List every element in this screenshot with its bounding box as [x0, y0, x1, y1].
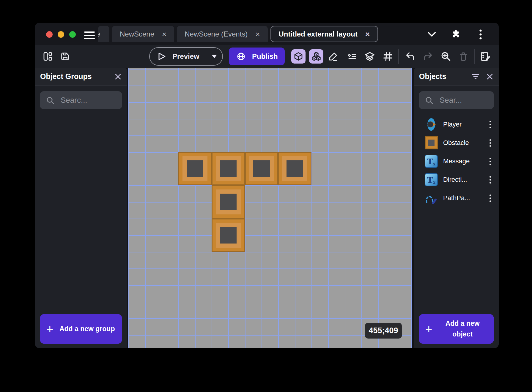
chevron-down-icon[interactable]	[427, 29, 437, 39]
obstacle-tile[interactable]	[212, 185, 245, 219]
object-menu-icon[interactable]	[486, 192, 495, 204]
globe-icon	[237, 52, 245, 61]
cube-icon[interactable]	[291, 49, 306, 64]
grid-icon[interactable]	[383, 45, 393, 68]
toolbar: Preview Publish	[35, 45, 499, 68]
preview-dropdown-icon[interactable]	[206, 55, 222, 58]
object-row-player[interactable]: Player	[414, 115, 499, 134]
object-row-message[interactable]: Tx Message	[414, 152, 499, 170]
toolbar-divider	[474, 49, 475, 64]
panel-title: Objects	[419, 72, 470, 81]
object-menu-icon[interactable]	[486, 155, 495, 167]
close-icon[interactable]	[113, 71, 123, 82]
close-icon[interactable]: ×	[255, 30, 260, 38]
title-tab-bar: e NewScene × NewScene (Events) × Untitle…	[35, 23, 499, 45]
group-search-input[interactable]	[60, 95, 120, 105]
objects-panel: Objects Player	[414, 68, 499, 348]
search-icon	[425, 96, 434, 105]
close-icon[interactable]	[484, 71, 495, 82]
zoom-window-button[interactable]	[69, 31, 76, 38]
panel-title: Object Groups	[40, 72, 113, 81]
add-group-button[interactable]: + Add a new group	[40, 314, 122, 344]
close-window-button[interactable]	[46, 31, 53, 38]
preview-main[interactable]: Preview	[150, 52, 206, 61]
minimize-window-button[interactable]	[58, 31, 64, 38]
text-object-icon: Tx	[424, 173, 438, 187]
tab-clipped[interactable]: e	[98, 26, 109, 42]
close-icon[interactable]: ×	[365, 30, 370, 38]
extensions-puzzle-icon[interactable]	[451, 29, 461, 39]
search-icon	[46, 96, 55, 105]
plus-icon: +	[425, 323, 432, 335]
object-row-pathpaint[interactable]: PathPa...	[414, 189, 499, 207]
close-icon[interactable]: ×	[162, 30, 166, 38]
preview-button[interactable]: Preview	[149, 47, 223, 66]
header-right-actions	[427, 29, 486, 39]
cursor-coordinates-badge: 455;409	[365, 323, 402, 339]
layers-icon[interactable]	[364, 45, 375, 68]
player-icon	[424, 117, 438, 132]
path-paint-icon	[424, 191, 438, 205]
save-icon[interactable]	[60, 45, 70, 68]
edit-scene-icon[interactable]	[480, 45, 491, 68]
add-object-button[interactable]: + Add a new object	[419, 314, 494, 344]
filter-icon[interactable]	[470, 71, 481, 82]
tab-label: Untitled external layout	[279, 30, 358, 38]
obstacle-tile[interactable]	[245, 152, 278, 185]
text-object-icon: Tx	[424, 154, 438, 168]
zoom-in-icon[interactable]	[440, 45, 451, 68]
traffic-lights	[46, 31, 76, 38]
object-menu-icon[interactable]	[486, 137, 495, 149]
preview-divider	[206, 47, 206, 66]
undo-icon[interactable]	[405, 45, 415, 68]
obstacle-tile[interactable]	[212, 152, 245, 185]
tab-newscene[interactable]: NewScene ×	[112, 26, 174, 42]
object-search-input[interactable]	[439, 95, 492, 105]
play-icon	[158, 52, 166, 61]
redo-icon[interactable]	[423, 45, 433, 68]
more-options-icon[interactable]	[476, 29, 486, 39]
obstacle-tile[interactable]	[212, 219, 245, 252]
project-panels-icon[interactable]	[43, 45, 53, 68]
main-menu-icon[interactable]	[84, 31, 95, 39]
instances-list-icon[interactable]	[346, 45, 357, 68]
obstacle-tile[interactable]	[178, 152, 212, 185]
tab-label: NewScene	[120, 30, 154, 38]
plus-icon: +	[46, 323, 53, 335]
scene-canvas[interactable]: 455;409	[128, 68, 412, 348]
object-search-box	[419, 91, 494, 109]
object-label: PathPa...	[443, 194, 481, 202]
tab-label: e	[98, 30, 100, 38]
editor-content: 455;409 Object Groups + Add a new group	[35, 68, 499, 348]
pencil-icon[interactable]	[328, 45, 339, 68]
tab-label: NewScene (Events)	[185, 30, 248, 38]
object-groups-header: Object Groups	[35, 68, 127, 86]
obstacle-icon	[424, 136, 438, 150]
add-object-label: Add a new object	[438, 318, 491, 339]
object-menu-icon[interactable]	[486, 174, 495, 186]
objects-header: Objects	[414, 68, 499, 86]
object-list: Player Obstacle Tx Message Tx Directi...	[414, 115, 499, 207]
object-row-obstacle[interactable]: Obstacle	[414, 134, 499, 152]
object-label: Directi...	[443, 176, 481, 184]
object-row-directions[interactable]: Tx Directi...	[414, 170, 499, 189]
publish-label: Publish	[252, 52, 278, 61]
add-group-label: Add a new group	[59, 324, 119, 334]
tab-untitled-external-layout[interactable]: Untitled external layout ×	[270, 26, 378, 42]
gdevelop-window: e NewScene × NewScene (Events) × Untitle…	[35, 23, 499, 348]
toolbar-divider	[398, 49, 399, 64]
tab-newscene-events[interactable]: NewScene (Events) ×	[177, 26, 267, 42]
obstacle-tile[interactable]	[278, 152, 311, 185]
tab-strip: e NewScene × NewScene (Events) × Untitle…	[98, 26, 378, 42]
group-search-box	[40, 91, 122, 109]
trash-icon[interactable]	[458, 45, 468, 68]
object-label: Message	[443, 157, 481, 165]
object-menu-icon[interactable]	[486, 118, 495, 130]
object-label: Player	[443, 121, 481, 128]
object-label: Obstacle	[443, 139, 481, 147]
publish-button[interactable]: Publish	[229, 48, 285, 65]
preview-label: Preview	[172, 52, 199, 61]
object-groups-panel: Object Groups + Add a new group	[35, 68, 127, 348]
cubes-icon[interactable]	[309, 49, 323, 64]
screenshot-stage: e NewScene × NewScene (Events) × Untitle…	[0, 0, 532, 392]
